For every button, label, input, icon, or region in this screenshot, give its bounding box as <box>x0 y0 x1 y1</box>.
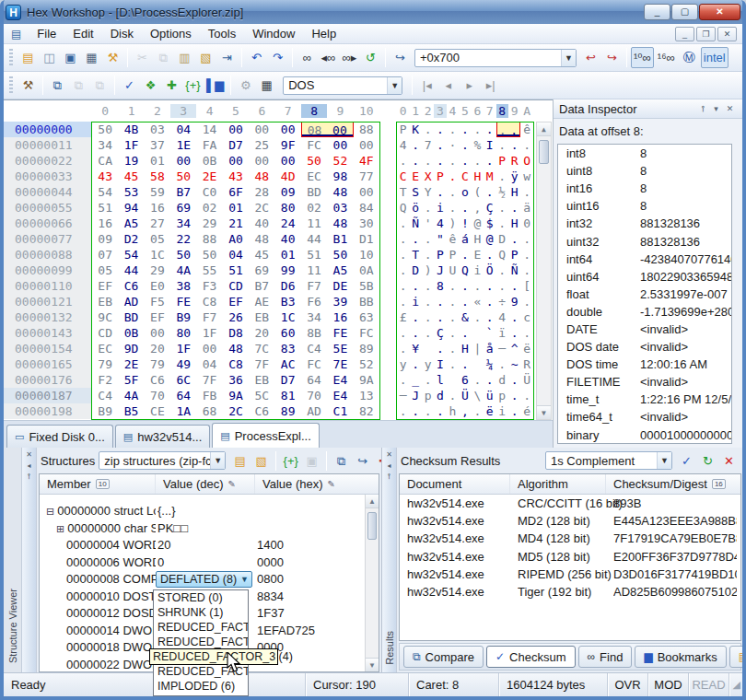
inspector-row[interactable]: binary0000100000000000... <box>558 426 731 444</box>
ascii-char-cell[interactable]: . <box>409 231 421 247</box>
ascii-char-cell[interactable]: . <box>434 137 446 153</box>
inspector-row[interactable]: DOS time12:00:16 AM <box>558 356 731 373</box>
hex-byte-cell[interactable]: 01 <box>145 153 170 169</box>
hex-byte-cell[interactable]: 00 <box>249 153 274 169</box>
hex-byte-cell[interactable]: 79 <box>145 356 170 372</box>
hex-byte-cell[interactable]: 83 <box>275 341 301 356</box>
close-button[interactable]: ✕ <box>699 4 740 20</box>
ascii-char-cell[interactable]: ` <box>484 325 495 341</box>
hex-byte-cell[interactable]: 1F <box>196 325 222 341</box>
chevron-down-icon[interactable]: ▼ <box>210 452 225 469</box>
ascii-char-cell[interactable]: ) <box>422 262 434 278</box>
open-library-button[interactable]: ▤ <box>229 450 251 472</box>
hex-byte-cell[interactable]: 7C <box>249 341 274 356</box>
structures-button[interactable]: {+} <box>182 75 204 96</box>
scroll-up-arrow[interactable]: ▲ <box>537 122 551 136</box>
ascii-char-cell[interactable]: . <box>397 341 409 356</box>
ascii-char-cell[interactable]: . <box>397 231 409 247</box>
ascii-char-cell[interactable]: ^ <box>508 341 520 356</box>
scroll-thumb[interactable] <box>539 140 549 164</box>
hex-byte-cell[interactable]: 50 <box>170 169 196 184</box>
replace-button[interactable]: ↺ <box>360 47 381 68</box>
hex-byte-cell[interactable]: D1 <box>354 231 379 247</box>
scroll-down-arrow[interactable]: ▼ <box>537 405 551 419</box>
ascii-char-cell[interactable]: | <box>472 341 484 356</box>
hex-byte-cell[interactable]: 03 <box>327 200 353 216</box>
motorola-endian-button[interactable]: Ⓜ <box>679 47 700 68</box>
document-tab-hw32v514[interactable]: ▤hw32v514... <box>115 425 211 448</box>
hex-byte-cell[interactable]: EF <box>223 294 249 309</box>
ascii-char-cell[interactable]: . <box>496 137 508 153</box>
ascii-char-cell[interactable]: . <box>496 278 508 294</box>
ascii-char-cell[interactable]: . <box>496 169 508 184</box>
hex-byte-cell[interactable]: 00 <box>223 153 249 169</box>
hex-byte-cell[interactable]: 44 <box>301 231 327 247</box>
maximize-button[interactable]: ▢ <box>671 4 698 20</box>
ascii-char-cell[interactable]: . <box>484 278 495 294</box>
ascii-char-cell[interactable]: . <box>422 309 434 325</box>
hex-byte-cell[interactable]: 04 <box>196 356 222 372</box>
hex-byte-cell[interactable]: 8B <box>301 325 327 341</box>
hex-byte-cell[interactable]: AD <box>118 294 144 309</box>
hex-byte-cell[interactable]: 24 <box>275 216 301 231</box>
mdi-restore-button[interactable]: ❐ <box>696 27 716 41</box>
hex-byte-cell[interactable]: 04 <box>170 122 196 137</box>
ascii-char-cell[interactable]: . <box>459 278 471 294</box>
ascii-char-cell[interactable]: 4 <box>434 216 446 231</box>
hex-byte-cell[interactable]: 21 <box>223 216 249 231</box>
hex-byte-cell[interactable]: C6 <box>118 278 144 294</box>
chevron-down-icon[interactable]: ▼ <box>387 77 402 94</box>
ascii-char-cell[interactable]: ÷ <box>496 294 508 309</box>
hex-byte-cell[interactable]: 40 <box>275 231 301 247</box>
dropdown-highlighted-item[interactable]: REDUCED_FACTOR_3 (4) <box>149 648 278 665</box>
ascii-char-cell[interactable]: H <box>508 216 520 231</box>
ascii-char-cell[interactable]: . <box>422 200 434 216</box>
ascii-char-cell[interactable]: . <box>508 122 520 137</box>
ascii-char-cell[interactable]: . <box>434 184 446 200</box>
status-mode-ovr[interactable]: OVR <box>608 673 648 696</box>
charset-combo[interactable]: DOS ▼ <box>283 76 402 95</box>
ascii-char-cell[interactable]: . <box>409 278 421 294</box>
hex-byte-cell[interactable]: 51 <box>301 247 327 262</box>
ascii-char-cell[interactable]: . <box>422 247 434 262</box>
hex-byte-cell[interactable]: 07 <box>92 247 118 262</box>
intel-endian-button[interactable]: intel <box>701 47 729 68</box>
ascii-char-cell[interactable]: ê <box>447 231 459 247</box>
menu-item-file[interactable]: File <box>29 25 64 42</box>
ascii-char-cell[interactable]: . <box>459 294 471 309</box>
ascii-char-cell[interactable]: 6 <box>459 372 471 388</box>
hex-byte-cell[interactable]: BB <box>354 294 379 309</box>
save-button[interactable]: ▣ <box>60 47 81 68</box>
hex-byte-cell[interactable]: 20 <box>249 325 274 341</box>
hex-byte-cell[interactable]: 48 <box>327 216 353 231</box>
ascii-char-cell[interactable]: . <box>520 184 532 200</box>
ascii-char-cell[interactable]: $ <box>484 216 495 231</box>
hex-byte-cell[interactable]: 4A <box>170 262 196 278</box>
ascii-char-cell[interactable]: . <box>508 325 520 341</box>
hex-byte-cell[interactable]: EC <box>92 341 118 356</box>
ascii-char-cell[interactable]: I <box>484 137 495 153</box>
tools-button[interactable]: ⚒ <box>17 75 39 96</box>
hex-byte-cell[interactable]: 40 <box>249 216 274 231</box>
hex-byte-cell[interactable]: 2C <box>223 403 249 419</box>
hex-byte-cell[interactable]: B3 <box>275 294 301 309</box>
ascii-char-cell[interactable]: . <box>459 325 471 341</box>
ascii-char-cell[interactable]: . <box>472 153 484 169</box>
ascii-char-cell[interactable]: H <box>472 169 484 184</box>
hex-byte-cell[interactable]: 1A <box>170 403 196 419</box>
ascii-char-cell[interactable]: % <box>472 137 484 153</box>
ascii-char-cell[interactable]: á <box>459 231 471 247</box>
menu-item-window[interactable]: Window <box>244 25 303 42</box>
ascii-char-cell[interactable]: , <box>459 403 471 419</box>
hex-byte-cell[interactable]: 19 <box>118 153 144 169</box>
ascii-char-cell[interactable]: é <box>520 403 532 419</box>
hex-byte-cell[interactable]: 70 <box>301 388 327 403</box>
ascii-char-cell[interactable]: [ <box>520 278 532 294</box>
hex-byte-cell[interactable]: FE <box>327 325 353 341</box>
scroll-up-arrow[interactable]: ▲ <box>366 495 379 508</box>
goto-button[interactable]: ↪ <box>390 47 411 68</box>
hex-byte-cell[interactable]: 34 <box>301 309 327 325</box>
compression-combo[interactable]: DEFLATED (8)▼ <box>156 571 252 588</box>
hex-byte-cell[interactable]: 9C <box>92 309 118 325</box>
ascii-char-cell[interactable]: . <box>508 403 520 419</box>
